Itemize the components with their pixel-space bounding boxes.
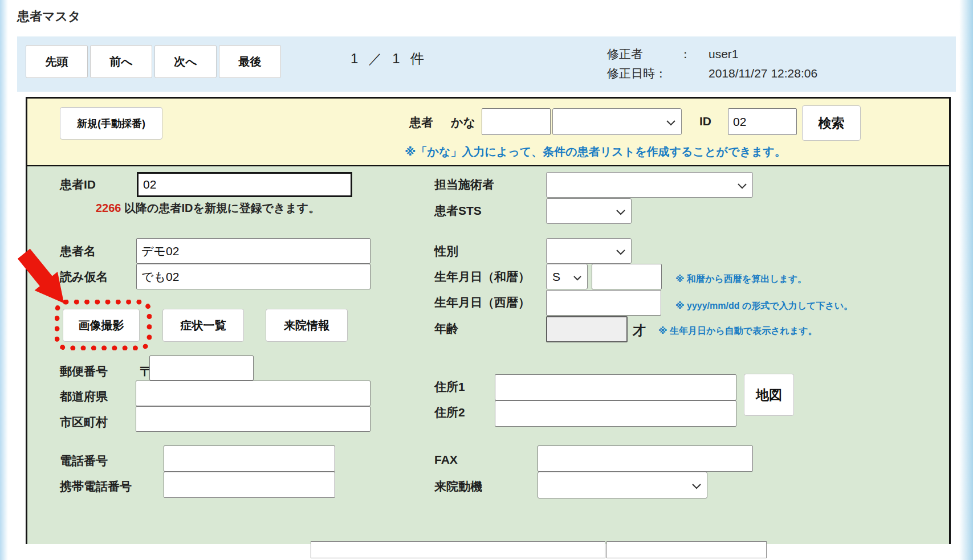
right-edge-gradient xyxy=(959,0,973,560)
patient-id-note-text: 以降の患者IDを新規に登録できます。 xyxy=(121,202,320,214)
record-unit: 件 xyxy=(410,50,424,68)
patient-sts-select[interactable] xyxy=(546,198,632,224)
prev-record-button[interactable]: 前へ xyxy=(90,45,152,78)
patient-id-input[interactable] xyxy=(137,172,352,197)
chevron-down-icon xyxy=(691,479,702,492)
cutoff-input-left[interactable] xyxy=(311,541,605,558)
map-button[interactable]: 地図 xyxy=(744,374,794,416)
image-capture-button[interactable]: 画像撮影 xyxy=(63,309,140,342)
modified-at-value: 2018/11/27 12:28:06 xyxy=(709,67,817,80)
cutoff-input-right[interactable] xyxy=(606,541,767,558)
first-record-button[interactable]: 先頭 xyxy=(26,45,88,78)
address1-label: 住所1 xyxy=(434,379,465,395)
new-manual-number-button[interactable]: 新規(手動採番) xyxy=(60,107,162,140)
wareki-note: ※ 和暦から西暦を算出します。 xyxy=(675,273,807,285)
phone-label: 電話番号 xyxy=(60,453,108,469)
kana-name-label: 読み仮名 xyxy=(60,269,108,285)
birthdate-seireki-input[interactable] xyxy=(546,290,661,316)
record-separator: ／ xyxy=(368,50,382,68)
modified-by-label: 修正者 ： xyxy=(607,46,691,62)
chevron-down-icon xyxy=(737,178,747,192)
age-input xyxy=(546,316,628,342)
fax-label: FAX xyxy=(434,453,458,467)
last-record-button[interactable]: 最後 xyxy=(219,45,281,78)
kana-search-input[interactable] xyxy=(482,108,551,135)
kana-search-label: かな xyxy=(451,115,475,130)
prefecture-input[interactable] xyxy=(136,381,371,406)
id-search-input[interactable] xyxy=(728,108,797,135)
modified-by-colon: ： xyxy=(679,46,691,62)
left-edge-gradient xyxy=(0,0,8,560)
page-title: 患者マスタ xyxy=(17,8,81,25)
age-label: 年齢 xyxy=(434,321,458,337)
city-input[interactable] xyxy=(136,406,371,432)
birthdate-wareki-input[interactable] xyxy=(592,264,662,289)
patient-id-label: 患者ID xyxy=(60,177,96,193)
visit-reason-label: 来院動機 xyxy=(434,479,482,494)
patient-master-screen: 患者マスタ 先頭 前へ 次へ 最後 1 ／ 1 件 修正者 ： user1 修正… xyxy=(0,0,973,560)
age-unit: 才 xyxy=(633,322,646,340)
patient-id-note: 2266 以降の患者IDを新規に登録できます。 xyxy=(96,201,320,216)
fax-input[interactable] xyxy=(538,445,753,472)
kana-search-select[interactable] xyxy=(552,108,682,135)
mobile-phone-label: 携帯電話番号 xyxy=(60,479,132,494)
era-select[interactable]: S xyxy=(546,264,588,289)
record-nav-bar: 先頭 前へ 次へ 最後 1 ／ 1 件 修正者 ： user1 修正日時： 20… xyxy=(17,36,956,92)
practitioner-label: 担当施術者 xyxy=(434,177,494,193)
record-total: 1 xyxy=(392,51,400,67)
modified-at-label: 修正日時： xyxy=(607,66,691,81)
id-search-label: ID xyxy=(699,115,711,128)
visit-reason-select[interactable] xyxy=(538,472,707,498)
birthdate-wareki-label: 生年月日（和暦） xyxy=(434,269,530,285)
modified-by-value: user1 xyxy=(709,47,739,61)
patient-search-label: 患者 xyxy=(409,115,433,130)
mobile-phone-input[interactable] xyxy=(164,472,335,498)
prefecture-label: 都道府県 xyxy=(60,389,108,404)
kana-search-note: ※「かな」入力によって、条件の患者リストを作成することができます。 xyxy=(405,144,786,160)
phone-input[interactable] xyxy=(164,445,335,472)
chevron-down-icon xyxy=(616,205,626,218)
chevron-down-icon xyxy=(616,244,626,258)
gender-label: 性別 xyxy=(434,243,458,259)
address1-input[interactable] xyxy=(495,374,736,400)
symptom-list-button[interactable]: 症状一覧 xyxy=(162,309,244,342)
era-select-value: S xyxy=(552,270,560,284)
seireki-note: ※ yyyy/mm/dd の形式で入力して下さい。 xyxy=(675,300,853,312)
modified-by-text: 修正者 xyxy=(607,46,643,62)
postal-code-input[interactable] xyxy=(149,355,254,381)
patient-name-input[interactable] xyxy=(136,238,371,264)
address2-label: 住所2 xyxy=(434,404,465,420)
chevron-down-icon xyxy=(666,115,676,129)
record-counter: 1 ／ 1 件 xyxy=(351,50,424,68)
gender-select[interactable] xyxy=(546,238,632,264)
birthdate-seireki-label: 生年月日（西暦） xyxy=(434,295,530,310)
patient-sts-label: 患者STS xyxy=(434,203,482,219)
record-current: 1 xyxy=(351,51,358,67)
city-label: 市区町村 xyxy=(60,414,108,430)
search-button[interactable]: 検索 xyxy=(802,105,861,141)
next-record-button[interactable]: 次へ xyxy=(154,45,217,78)
chevron-down-icon xyxy=(573,270,582,284)
patient-name-label: 患者名 xyxy=(60,243,96,259)
postal-code-label: 郵便番号 xyxy=(60,363,108,379)
patient-id-note-number: 2266 xyxy=(96,202,121,214)
address2-input[interactable] xyxy=(495,400,736,427)
practitioner-select[interactable] xyxy=(546,172,753,198)
modified-info: 修正者 ： user1 修正日時： 2018/11/27 12:28:06 xyxy=(607,44,817,83)
age-note: ※ 生年月日から自動で表示されます。 xyxy=(658,325,817,337)
visit-info-button[interactable]: 来院情報 xyxy=(266,309,348,342)
kana-name-input[interactable] xyxy=(136,264,371,289)
